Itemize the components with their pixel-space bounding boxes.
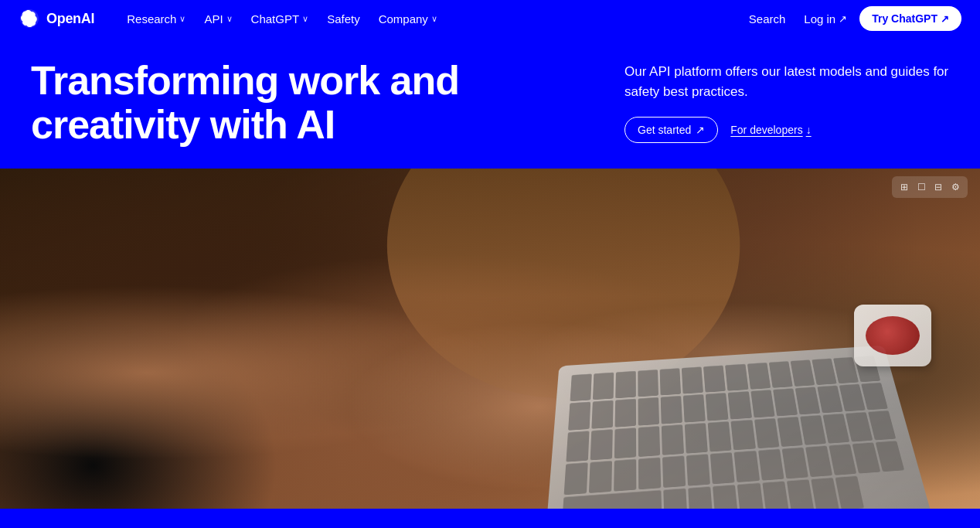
get-started-arrow-icon: ↗ (696, 124, 705, 136)
login-button[interactable]: Log in ↗ (798, 8, 853, 30)
nav-company[interactable]: Company ∨ (371, 8, 445, 30)
laptop-overlay (546, 346, 931, 509)
hero-description: Our API platform offers our latest model… (624, 62, 949, 101)
nav-links: Research ∨ API ∨ ChatGPT ∨ Safety Compan… (119, 8, 743, 30)
hero-buttons: Get started ↗ For developers ↓ (624, 117, 949, 143)
image-toolbar: ⊞ ☐ ⊟ ⚙ (892, 176, 968, 198)
image-icon[interactable]: ⊟ (931, 179, 946, 195)
for-developers-button[interactable]: For developers ↓ (730, 124, 811, 136)
navbar: OpenAI Research ∨ API ∨ ChatGPT ∨ Safety… (0, 0, 980, 37)
company-chevron-icon: ∨ (431, 14, 437, 24)
research-chevron-icon: ∨ (179, 14, 185, 24)
settings-icon[interactable]: ⚙ (948, 179, 963, 195)
openai-logo-icon (19, 8, 40, 29)
login-arrow-icon: ↗ (839, 13, 847, 25)
nav-api[interactable]: API ∨ (196, 8, 240, 30)
nav-actions: Search Log in ↗ Try ChatGPT ↗ (743, 6, 961, 31)
nav-research[interactable]: Research ∨ (119, 8, 193, 30)
keyboard-overlay (562, 356, 914, 509)
search-button[interactable]: Search (743, 8, 792, 30)
hero-section: Transforming work and creativity with AI… (0, 37, 980, 169)
hero-image-section: ⊞ ☐ ⊟ ⚙ (0, 169, 980, 509)
api-chevron-icon: ∨ (226, 14, 233, 24)
nav-safety[interactable]: Safety (319, 8, 368, 30)
get-started-button[interactable]: Get started ↗ (624, 117, 718, 143)
frame-icon[interactable]: ☐ (914, 179, 929, 195)
nav-chatgpt[interactable]: ChatGPT ∨ (243, 8, 317, 30)
try-chatgpt-button[interactable]: Try ChatGPT ↗ (859, 6, 961, 31)
hero-photo (0, 169, 980, 509)
try-arrow-icon: ↗ (941, 13, 949, 25)
hero-title: Transforming work and creativity with AI (31, 59, 464, 147)
hero-left: Transforming work and creativity with AI (31, 59, 578, 147)
hero-right: Our API platform offers our latest model… (624, 59, 949, 143)
developers-arrow-icon: ↓ (806, 124, 812, 136)
chatgpt-chevron-icon: ∨ (302, 14, 308, 24)
logo[interactable]: OpenAI (19, 8, 94, 29)
phone-overlay (854, 305, 931, 366)
brand-name: OpenAI (46, 11, 94, 27)
grid-view-icon[interactable]: ⊞ (897, 179, 912, 195)
